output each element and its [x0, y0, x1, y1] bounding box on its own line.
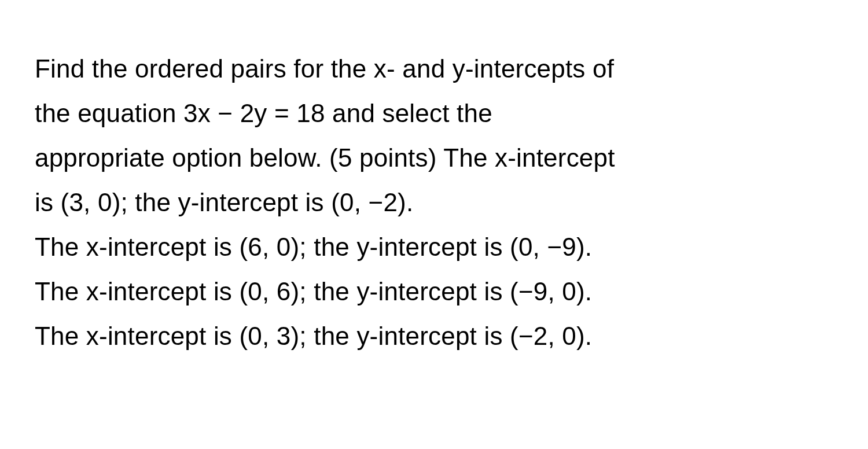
question-container: Find the ordered pairs for the x- and y-… — [35, 46, 833, 358]
question-line-2: the equation 3x − 2y = 18 and select the — [35, 91, 833, 135]
option-line-6: The x-intercept is (0, 6); the y-interce… — [35, 269, 833, 314]
option-line-7: The x-intercept is (0, 3); the y-interce… — [35, 314, 833, 358]
option-line-5: The x-intercept is (6, 0); the y-interce… — [35, 225, 833, 269]
question-line-1: Find the ordered pairs for the x- and y-… — [35, 46, 833, 91]
question-line-4: is (3, 0); the y-intercept is (0, −2). — [35, 180, 833, 225]
question-line-3: appropriate option below. (5 points) The… — [35, 135, 833, 180]
